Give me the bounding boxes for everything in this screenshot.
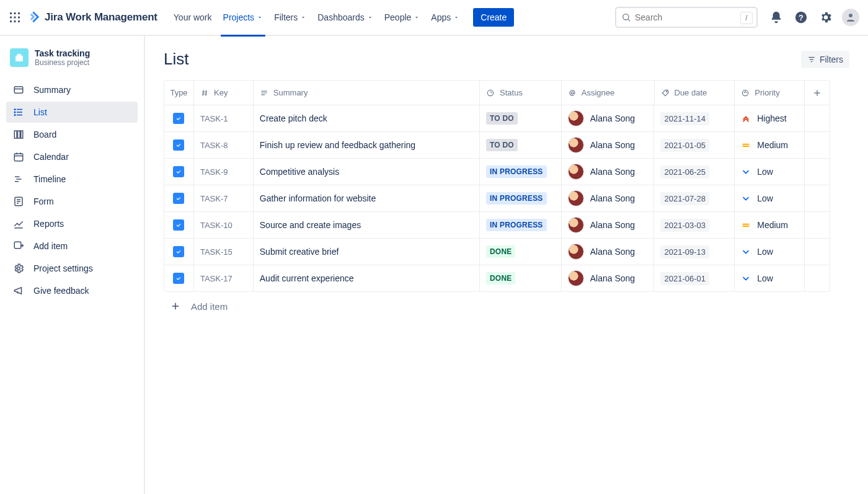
cell-priority[interactable]: Low <box>735 159 805 185</box>
cell-key[interactable]: TASK-8 <box>194 132 254 158</box>
cell-type[interactable] <box>164 265 194 291</box>
sidebar-item-form[interactable]: Form <box>6 191 138 212</box>
cell-due[interactable]: 2021-07-28 <box>654 185 735 211</box>
cell-status[interactable]: IN PROGRESS <box>480 185 562 211</box>
col-priority[interactable]: Priority <box>735 81 805 105</box>
cell-priority[interactable]: Low <box>735 239 805 265</box>
col-status[interactable]: Status <box>480 81 562 105</box>
cell-key[interactable]: TASK-7 <box>194 185 254 211</box>
cell-status[interactable]: TO DO <box>480 105 562 131</box>
help-button[interactable]: ? <box>791 7 811 27</box>
cell-assignee[interactable]: Alana Song <box>562 132 655 158</box>
cell-type[interactable] <box>164 185 194 211</box>
sidebar-item-board[interactable]: Board <box>6 124 138 145</box>
col-type[interactable]: Type <box>164 81 194 105</box>
cell-due[interactable]: 2021-01-05 <box>654 132 735 158</box>
cell-type[interactable] <box>164 132 194 158</box>
sidebar-item-summary[interactable]: Summary <box>6 79 138 100</box>
cell-type[interactable] <box>164 105 194 131</box>
create-button[interactable]: Create <box>473 8 514 27</box>
add-column-button[interactable] <box>805 81 830 105</box>
cell-key[interactable]: TASK-17 <box>194 265 254 291</box>
cell-due[interactable]: 2021-09-13 <box>654 239 735 265</box>
cell-key[interactable]: TASK-9 <box>194 159 254 185</box>
cell-key[interactable]: TASK-15 <box>194 239 254 265</box>
cell-status[interactable]: IN PROGRESS <box>480 159 562 185</box>
search-input[interactable] <box>635 12 738 22</box>
sidebar-item-timeline[interactable]: Timeline <box>6 169 138 190</box>
sidebar-item-add-item[interactable]: Add item <box>6 236 138 257</box>
cell-summary[interactable]: Gather information for website <box>254 185 480 211</box>
cell-due[interactable]: 2021-06-01 <box>654 265 735 291</box>
col-key[interactable]: Key <box>194 81 254 105</box>
sidebar-item-reports[interactable]: Reports <box>6 213 138 234</box>
cell-summary[interactable]: Finish up review and feedback gathering <box>254 132 480 158</box>
task-type-icon <box>173 113 184 124</box>
svg-point-55 <box>743 90 748 95</box>
nav-item-people[interactable]: People <box>379 9 425 26</box>
cell-type[interactable] <box>164 212 194 238</box>
cell-due[interactable]: 2021-06-25 <box>654 159 735 185</box>
cell-assignee[interactable]: Alana Song <box>562 239 655 265</box>
cell-summary[interactable]: Submit creative brief <box>254 239 480 265</box>
cell-status[interactable]: IN PROGRESS <box>480 212 562 238</box>
nav-item-dashboards[interactable]: Dashboards <box>312 9 378 26</box>
nav-item-projects[interactable]: Projects <box>218 9 268 26</box>
cell-assignee[interactable]: Alana Song <box>562 159 655 185</box>
sidebar-item-give-feedback[interactable]: Give feedback <box>6 280 138 301</box>
table-row[interactable]: TASK-8Finish up review and feedback gath… <box>164 132 830 159</box>
add-item-row[interactable]: Add item <box>164 292 849 320</box>
filters-button[interactable]: Filters <box>801 51 849 68</box>
table-row[interactable]: TASK-15Submit creative briefDONEAlana So… <box>164 239 830 265</box>
cell-priority[interactable]: Low <box>735 265 805 291</box>
cell-status[interactable]: DONE <box>480 239 562 265</box>
sidebar-item-project-settings[interactable]: Project settings <box>6 258 138 279</box>
status-badge: TO DO <box>486 112 518 125</box>
nav-item-your-work[interactable]: Your work <box>169 9 217 26</box>
sidebar-item-calendar[interactable]: Calendar <box>6 146 138 167</box>
cell-assignee[interactable]: Alana Song <box>562 105 655 131</box>
col-due[interactable]: Due date <box>655 81 735 105</box>
cell-priority[interactable]: Medium <box>735 212 805 238</box>
cell-priority[interactable]: Low <box>735 185 805 211</box>
task-type-icon <box>173 273 184 284</box>
notifications-button[interactable] <box>766 7 786 27</box>
nav-item-apps[interactable]: Apps <box>426 9 464 26</box>
cell-priority[interactable]: Medium <box>735 132 805 158</box>
cell-due[interactable]: 2021-03-03 <box>654 212 735 238</box>
cell-type[interactable] <box>164 159 194 185</box>
cell-summary[interactable]: Source and create images <box>254 212 480 238</box>
profile-button[interactable] <box>841 7 861 27</box>
cell-due[interactable]: 2021-11-14 <box>654 105 735 131</box>
nav-item-filters[interactable]: Filters <box>269 9 311 26</box>
svg-rect-6 <box>10 20 12 22</box>
cell-assignee[interactable]: Alana Song <box>562 212 655 238</box>
cell-type[interactable] <box>164 239 194 265</box>
table-row[interactable]: TASK-17Audit current experienceDONEAlana… <box>164 265 830 291</box>
cell-summary[interactable]: Create pitch deck <box>254 105 480 131</box>
search-input-container[interactable]: / <box>615 7 758 28</box>
table-row[interactable]: TASK-10Source and create imagesIN PROGRE… <box>164 212 830 239</box>
svg-point-21 <box>14 109 16 110</box>
sidebar-item-list[interactable]: List <box>6 102 138 123</box>
cell-priority[interactable]: Highest <box>735 105 805 131</box>
cell-status[interactable]: TO DO <box>480 132 562 158</box>
cell-assignee[interactable]: Alana Song <box>562 265 655 291</box>
cell-key[interactable]: TASK-10 <box>194 212 254 238</box>
table-row[interactable]: TASK-9Competitive analysisIN PROGRESSAla… <box>164 159 830 185</box>
project-header[interactable]: Task tracking Business project <box>6 48 138 76</box>
col-assignee[interactable]: Assignee <box>562 81 655 105</box>
svg-point-52 <box>487 90 493 95</box>
cell-assignee[interactable]: Alana Song <box>562 185 655 211</box>
project-avatar-icon <box>10 48 29 67</box>
settings-button[interactable] <box>816 7 836 27</box>
cell-summary[interactable]: Audit current experience <box>254 265 480 291</box>
cell-summary[interactable]: Competitive analysis <box>254 159 480 185</box>
table-row[interactable]: TASK-1Create pitch deckTO DOAlana Song20… <box>164 105 830 132</box>
app-switcher-button[interactable] <box>5 7 25 27</box>
cell-status[interactable]: DONE <box>480 265 562 291</box>
product-logo[interactable]: Jira Work Management <box>27 11 157 24</box>
table-row[interactable]: TASK-7Gather information for websiteIN P… <box>164 185 830 212</box>
cell-key[interactable]: TASK-1 <box>194 105 254 131</box>
col-summary[interactable]: Summary <box>254 81 480 105</box>
